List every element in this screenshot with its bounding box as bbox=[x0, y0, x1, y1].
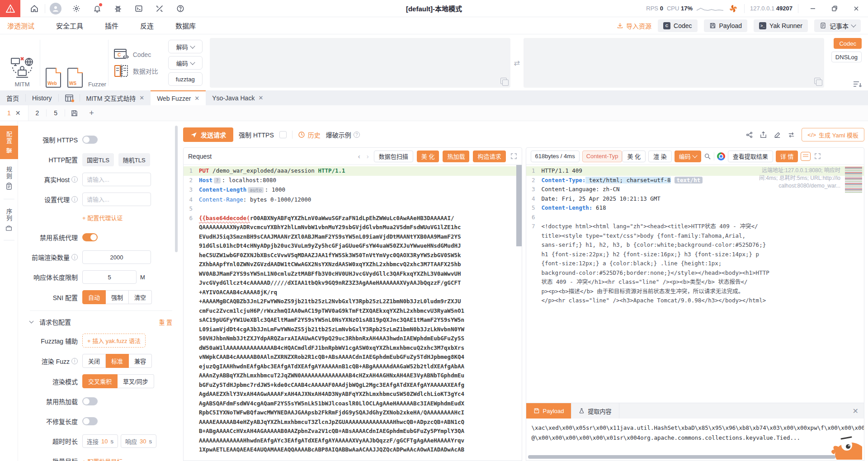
tab-home[interactable]: 首页 bbox=[0, 90, 25, 105]
gm-tls-button[interactable]: 国密TLS bbox=[82, 153, 114, 166]
fuzzer-tab-2[interactable]: 2 bbox=[28, 105, 47, 121]
app-logo[interactable] bbox=[0, 0, 20, 17]
swap-panels-icon[interactable] bbox=[788, 131, 795, 139]
hotload-button[interactable]: 热加载 bbox=[443, 151, 469, 162]
bug-report-button[interactable] bbox=[109, 0, 127, 17]
yak-runner-button[interactable]: >_Yak Runner bbox=[754, 19, 808, 32]
reset-button[interactable]: 重 置 bbox=[159, 318, 172, 326]
history-button[interactable]: 历史 bbox=[298, 130, 321, 139]
force-https-checkbox[interactable] bbox=[279, 131, 287, 138]
editor-minimap[interactable] bbox=[845, 167, 862, 193]
disable-system-proxy-toggle[interactable] bbox=[82, 233, 98, 241]
menu-plugins[interactable]: 插件 bbox=[105, 21, 118, 30]
menu-pentest[interactable]: 渗透测试 bbox=[7, 21, 34, 30]
response-editor[interactable]: 1HTTP/1.1 409 2Content-Type: text/html; … bbox=[526, 165, 864, 403]
send-request-button[interactable]: 发送请求 bbox=[183, 127, 233, 142]
encode-dropdown[interactable]: 编码 bbox=[168, 56, 203, 70]
request-config-section[interactable]: 请求包配置 重 置 bbox=[30, 317, 172, 326]
fullscreen-icon[interactable] bbox=[510, 153, 517, 160]
sni-clear-option[interactable]: 清空 bbox=[129, 290, 152, 304]
render-fuzz-compat-option[interactable]: 兼容 bbox=[129, 354, 152, 368]
render-fuzz-off-option[interactable]: 关闭 bbox=[82, 354, 106, 368]
response-encode-dropdown[interactable]: 编码 bbox=[675, 151, 701, 162]
help-button[interactable] bbox=[172, 0, 189, 17]
beautify-button[interactable]: 美 化 bbox=[417, 151, 439, 162]
comment-icon[interactable] bbox=[801, 152, 811, 161]
connect-timeout-input[interactable]: 连接10s bbox=[82, 434, 118, 448]
import-resource-button[interactable]: 导入资源 bbox=[617, 21, 651, 30]
close-icon[interactable]: ✕ bbox=[194, 95, 199, 102]
devtools-button[interactable] bbox=[151, 0, 168, 17]
sidebar-scrollbar[interactable] bbox=[175, 126, 178, 252]
notepad-button[interactable]: 记事本 bbox=[814, 19, 861, 32]
notifications-button[interactable] bbox=[89, 0, 106, 17]
render-mode-cross-option[interactable]: 交叉乘积 bbox=[82, 374, 118, 388]
copy-icon[interactable] bbox=[500, 78, 507, 84]
codec-output-area[interactable] bbox=[524, 38, 824, 88]
export-icon[interactable] bbox=[760, 131, 767, 139]
fuzzer-tab-1[interactable]: 1✕ bbox=[0, 105, 28, 121]
tab-web-fuzzer[interactable]: Web Fuzzer✕ bbox=[151, 90, 206, 105]
view-extract-results-button[interactable]: 查看提取结果 bbox=[728, 151, 773, 162]
decode-dropdown[interactable]: 解码 bbox=[168, 40, 203, 53]
codec-input-area[interactable] bbox=[210, 38, 510, 88]
home-button[interactable] bbox=[26, 0, 43, 17]
menu-reverse[interactable]: 反连 bbox=[140, 21, 154, 30]
tab-payload[interactable]: Payload bbox=[526, 403, 572, 419]
editor-scrollbar[interactable] bbox=[516, 165, 522, 246]
minimize-button[interactable] bbox=[804, 2, 822, 15]
response-render-button[interactable]: 渲 染 bbox=[648, 151, 672, 162]
codec-shortcut-button[interactable]: CCodec bbox=[658, 19, 697, 32]
sni-auto-option[interactable]: 自动 bbox=[82, 290, 106, 304]
share-icon[interactable] bbox=[745, 131, 753, 139]
fullscreen-icon[interactable] bbox=[814, 153, 821, 160]
tab-extract-content[interactable]: 提取内容 bbox=[571, 403, 619, 419]
menu-database[interactable]: 数据库 bbox=[175, 21, 196, 30]
console-button[interactable] bbox=[130, 0, 147, 17]
close-button[interactable] bbox=[847, 2, 865, 15]
response-beautify-button[interactable]: 美 化 bbox=[622, 151, 646, 162]
detail-button[interactable]: 详 情 bbox=[776, 151, 798, 162]
settings-button[interactable] bbox=[68, 0, 85, 17]
web-fuzzer-tool[interactable]: Web WS bbox=[46, 37, 83, 89]
next-request-icon[interactable]: › bbox=[365, 152, 370, 160]
open-in-browser-icon[interactable] bbox=[717, 152, 725, 160]
blast-example-button[interactable]: 爆破示例 ? bbox=[326, 130, 360, 139]
proxy-auth-link[interactable]: + 配置代理认证 bbox=[82, 213, 123, 222]
random-tls-button[interactable]: 随机TLS bbox=[118, 153, 150, 166]
copy-icon[interactable] bbox=[814, 78, 821, 84]
search-icon[interactable] bbox=[704, 153, 711, 160]
yak-pinwheel-icon[interactable] bbox=[728, 3, 739, 14]
insert-fuzz-button[interactable]: + 插入 yak.fuzz 语法 bbox=[82, 334, 146, 348]
menu-security-tools[interactable]: 安全工具 bbox=[56, 21, 83, 30]
close-icon[interactable]: ✕ bbox=[847, 403, 864, 419]
tab-history[interactable]: History bbox=[26, 90, 58, 105]
disable-hotload-toggle[interactable] bbox=[82, 397, 98, 405]
content-type-filter[interactable]: Content-Typ bbox=[582, 151, 623, 162]
dnslog-button[interactable]: DNSLog bbox=[831, 52, 862, 62]
force-https-toggle[interactable] bbox=[82, 136, 98, 144]
batch-target-config-link[interactable]: + 配置批量目标 bbox=[82, 457, 123, 461]
tab-mitm-hijack[interactable]: MITM 交互式劫持✕ bbox=[80, 90, 151, 105]
fuzzer-tab-5[interactable]: 5 bbox=[47, 105, 65, 121]
render-count-input[interactable] bbox=[82, 250, 151, 264]
horizontal-scrollbar[interactable] bbox=[528, 455, 863, 459]
tab-yso-java-hack[interactable]: Yso-Java Hack✕ bbox=[206, 90, 269, 105]
add-fuzzer-tab-button[interactable]: + bbox=[84, 105, 99, 121]
prev-request-icon[interactable]: ‹ bbox=[357, 152, 362, 160]
save-tabs-button[interactable] bbox=[65, 105, 84, 121]
fuzztag-button[interactable]: fuzztag bbox=[168, 72, 203, 86]
render-fuzz-standard-option[interactable]: 标准 bbox=[106, 354, 129, 368]
response-timeout-input[interactable]: 响应30s bbox=[121, 434, 156, 448]
no-fix-length-toggle[interactable] bbox=[82, 417, 98, 425]
mitm-tool[interactable]: MITM bbox=[10, 37, 34, 89]
close-icon[interactable]: ✕ bbox=[139, 94, 144, 101]
data-compare-tool[interactable]: 数据对比 bbox=[114, 65, 158, 77]
request-editor[interactable]: 1PUT /demo_war_exploded/aaa/session HTTP… bbox=[184, 165, 522, 461]
real-host-input[interactable] bbox=[82, 173, 151, 186]
sort-lines-icon[interactable] bbox=[853, 80, 862, 88]
tab-db-grid[interactable] bbox=[59, 90, 80, 105]
generate-yaml-button[interactable]: </> 生成 Yaml 模板 bbox=[802, 128, 864, 141]
payload-shortcut-button[interactable]: Payload bbox=[704, 19, 748, 32]
swap-icon[interactable]: ⇄ bbox=[513, 59, 521, 67]
